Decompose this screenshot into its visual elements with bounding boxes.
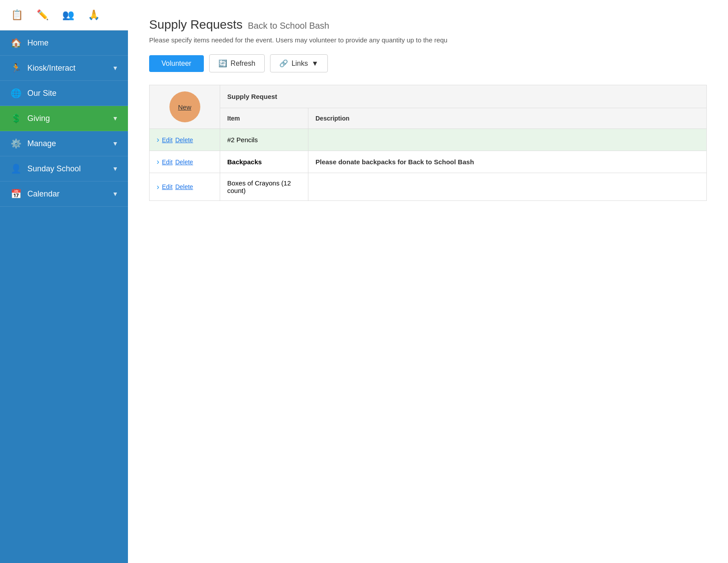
expand-chevron-icon[interactable]: › (157, 135, 159, 144)
chevron-down-icon: ▼ (112, 190, 118, 197)
table-top-header-row: New Supply Request (150, 85, 707, 108)
description-cell (308, 173, 707, 201)
kiosk-icon: 🏃 (10, 63, 22, 73)
row-expand-cell: › Edit Delete (150, 173, 220, 201)
chevron-down-icon: ▼ (311, 60, 319, 68)
expand-chevron-icon[interactable]: › (157, 157, 159, 166)
page-description: Please specify items needed for the even… (149, 36, 707, 44)
table-row: › Edit Delete Boxes of Crayons (12 count… (150, 173, 707, 201)
sidebar-item-manage[interactable]: ⚙️ Manage ▼ (0, 131, 128, 156)
row-expand-cell: › Edit Delete (150, 151, 220, 173)
item-cell: #2 Pencils (220, 129, 308, 151)
edit-link[interactable]: Edit (162, 183, 173, 190)
item-cell: Boxes of Crayons (12 count) (220, 173, 308, 201)
refresh-icon: 🔄 (218, 59, 227, 68)
row-actions: › Edit Delete (157, 135, 213, 144)
supply-table: New Supply Request Item Description › Ed… (149, 85, 707, 201)
sidebar-nav: 🏠 Home 🏃 Kiosk/Interact ▼ 🌐 Our Site 💲 G… (0, 30, 128, 563)
giving-icon: 💲 (10, 113, 22, 124)
sidebar-item-sunday-school[interactable]: 👤 Sunday School ▼ (0, 156, 128, 181)
description-cell: Please donate backpacks for Back to Scho… (308, 151, 707, 173)
gear-icon: ⚙️ (10, 138, 22, 149)
delete-link[interactable]: Delete (175, 159, 193, 166)
edit-icon[interactable]: ✏️ (34, 6, 51, 24)
page-header: Supply Requests Back to School Bash Plea… (149, 18, 707, 44)
sidebar-label-kiosk: Kiosk/Interact (27, 64, 75, 73)
link-icon: 🔗 (279, 59, 288, 68)
chevron-down-icon: ▼ (112, 140, 118, 147)
page-subtitle: Back to School Bash (248, 21, 330, 31)
sunday-icon: 👤 (10, 163, 22, 174)
sidebar-item-kiosk[interactable]: 🏃 Kiosk/Interact ▼ (0, 56, 128, 81)
delete-link[interactable]: Delete (175, 136, 193, 144)
chevron-down-icon: ▼ (112, 115, 118, 122)
forms-icon[interactable]: 📋 (8, 6, 26, 24)
volunteer-button[interactable]: Volunteer (149, 55, 204, 72)
sidebar-item-home[interactable]: 🏠 Home (0, 30, 128, 56)
sidebar-label-calendar: Calendar (27, 189, 60, 199)
table-sub-header-row: Item Description (150, 108, 707, 129)
sidebar-icon-bar: 📋 ✏️ 👥 🙏 (0, 0, 128, 30)
new-label: New (178, 103, 191, 111)
links-label: Links (292, 60, 308, 68)
globe-icon: 🌐 (10, 88, 22, 98)
refresh-label: Refresh (231, 60, 255, 68)
new-button-header: New (150, 85, 220, 129)
sidebar-item-giving[interactable]: 💲 Giving ▼ (0, 106, 128, 131)
calendar-icon: 📅 (10, 189, 22, 199)
new-button[interactable]: New (169, 91, 200, 122)
sidebar-label-sunday: Sunday School (27, 164, 81, 174)
row-actions: › Edit Delete (157, 182, 213, 192)
sidebar-item-calendar[interactable]: 📅 Calendar ▼ (0, 181, 128, 207)
prayer-icon[interactable]: 🙏 (85, 6, 102, 24)
people-icon[interactable]: 👥 (59, 6, 77, 24)
col-item-header: Item (220, 108, 308, 129)
supply-request-column-header: Supply Request (220, 85, 707, 108)
col-description-header: Description (308, 108, 707, 129)
main-content: Supply Requests Back to School Bash Plea… (128, 0, 728, 563)
description-cell (308, 129, 707, 151)
row-expand-cell: › Edit Delete (150, 129, 220, 151)
toolbar: Volunteer 🔄 Refresh 🔗 Links ▼ (149, 54, 707, 72)
page-title-row: Supply Requests Back to School Bash (149, 18, 707, 32)
sidebar-label-manage: Manage (27, 139, 56, 148)
edit-link[interactable]: Edit (162, 136, 173, 144)
sidebar-item-oursite[interactable]: 🌐 Our Site (0, 81, 128, 106)
home-icon: 🏠 (10, 38, 22, 48)
sidebar-label-giving: Giving (27, 114, 50, 123)
item-cell: Backpacks (220, 151, 308, 173)
table-row: › Edit Delete Backpacks Please donate ba… (150, 151, 707, 173)
chevron-down-icon: ▼ (112, 165, 118, 172)
delete-link[interactable]: Delete (175, 183, 193, 190)
table-body: › Edit Delete #2 Pencils › Edit Delete (150, 129, 707, 201)
links-button[interactable]: 🔗 Links ▼ (270, 54, 328, 72)
expand-chevron-icon[interactable]: › (157, 182, 159, 192)
sidebar: 📋 ✏️ 👥 🙏 🏠 Home 🏃 Kiosk/Interact ▼ 🌐 Our… (0, 0, 128, 563)
row-actions: › Edit Delete (157, 157, 213, 166)
page-title: Supply Requests (149, 18, 243, 32)
refresh-button[interactable]: 🔄 Refresh (209, 54, 265, 72)
edit-link[interactable]: Edit (162, 159, 173, 166)
sidebar-label-oursite: Our Site (27, 89, 56, 98)
chevron-down-icon: ▼ (112, 64, 118, 72)
table-row: › Edit Delete #2 Pencils (150, 129, 707, 151)
sidebar-label-home: Home (27, 38, 49, 48)
